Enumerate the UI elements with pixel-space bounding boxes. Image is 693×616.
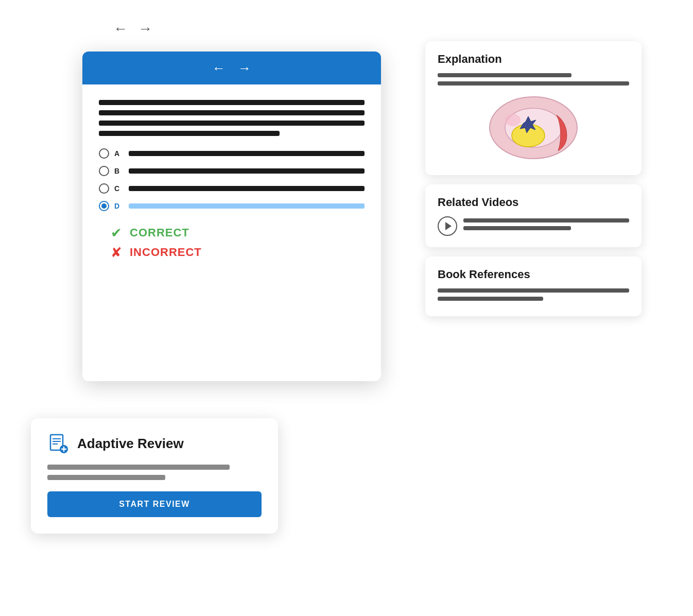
incorrect-feedback: ✘ INCORRECT: [109, 245, 365, 260]
option-bar-d: [129, 203, 365, 209]
bg-next-arrow[interactable]: →: [138, 21, 152, 37]
adaptive-desc-line-1: [47, 465, 230, 470]
option-label-c: C: [114, 184, 124, 193]
xmark-icon: ✘: [109, 245, 124, 260]
option-label-b: B: [114, 167, 124, 175]
question-line-1: [99, 100, 365, 105]
book-references-panel: Book References: [425, 256, 642, 316]
radio-c[interactable]: [99, 183, 109, 194]
quiz-body: A B C D: [82, 84, 381, 275]
bg-nav-arrows: ← →: [113, 21, 152, 37]
radio-a[interactable]: [99, 148, 109, 159]
explanation-panel: Explanation: [425, 41, 642, 175]
bg-prev-arrow[interactable]: ←: [113, 21, 128, 37]
play-icon: [445, 222, 452, 230]
incorrect-label: INCORRECT: [130, 246, 202, 259]
option-c[interactable]: C: [99, 183, 365, 194]
adaptive-desc-line-2: [47, 475, 165, 480]
video-text: [463, 218, 629, 234]
option-d[interactable]: D: [99, 201, 365, 211]
start-review-button[interactable]: START REVIEW: [47, 491, 262, 517]
adaptive-review-card: Adaptive Review START REVIEW: [31, 418, 278, 534]
correct-label: CORRECT: [130, 226, 189, 239]
explanation-image: [438, 92, 629, 164]
question-line-4: [99, 131, 280, 136]
book-ref-line-1: [438, 288, 629, 293]
explanation-line-2: [438, 81, 629, 85]
option-b[interactable]: B: [99, 166, 365, 176]
radio-b[interactable]: [99, 166, 109, 176]
question-line-2: [99, 110, 365, 115]
video-line-2: [463, 226, 571, 230]
adaptive-review-icon: [47, 433, 69, 454]
options-list: A B C D: [99, 148, 365, 211]
explanation-title: Explanation: [438, 53, 629, 66]
quiz-prev-arrow[interactable]: ←: [212, 60, 226, 76]
checkmark-icon: ✔: [109, 226, 124, 240]
adaptive-description: [47, 465, 262, 480]
option-label-d: D: [114, 202, 124, 210]
related-videos-panel: Related Videos: [425, 184, 642, 247]
anatomy-illustration: [482, 92, 585, 164]
option-bar-a: [129, 151, 365, 156]
right-panels: Explanation: [425, 41, 642, 316]
option-a[interactable]: A: [99, 148, 365, 159]
option-label-a: A: [114, 149, 124, 158]
quiz-window: ← → A B C: [82, 52, 381, 381]
play-button[interactable]: [438, 216, 457, 236]
adaptive-review-title: Adaptive Review: [77, 436, 184, 452]
svg-point-4: [505, 114, 521, 126]
correct-feedback: ✔ CORRECT: [109, 226, 365, 240]
video-row: [438, 216, 629, 236]
explanation-line-1: [438, 73, 571, 77]
option-bar-c: [129, 186, 365, 191]
quiz-next-arrow[interactable]: →: [238, 60, 251, 76]
video-line-1: [463, 218, 629, 223]
question-line-3: [99, 121, 365, 126]
scene: ← → ← → A B: [0, 0, 693, 616]
option-bar-b: [129, 168, 365, 174]
book-references-title: Book References: [438, 268, 629, 281]
quiz-header: ← →: [82, 52, 381, 84]
feedback-area: ✔ CORRECT ✘ INCORRECT: [99, 226, 365, 260]
radio-d[interactable]: [99, 201, 109, 211]
related-videos-title: Related Videos: [438, 196, 629, 209]
adaptive-header: Adaptive Review: [47, 433, 262, 454]
book-ref-line-2: [438, 297, 543, 301]
